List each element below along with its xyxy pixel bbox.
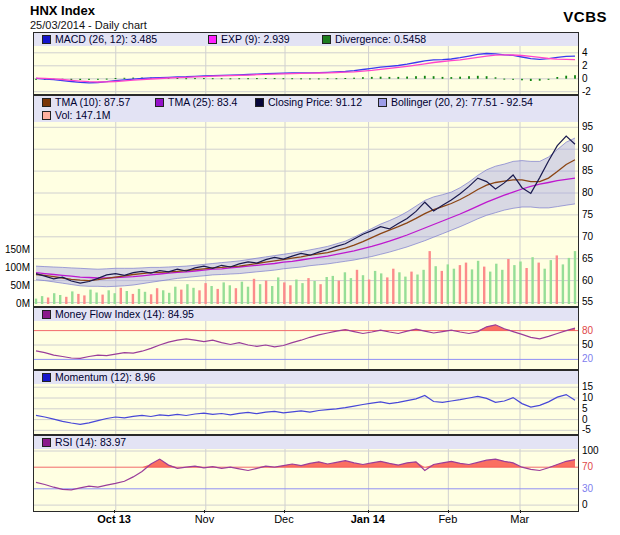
mfi-legend-item: Money Flow Index (14): 84.95: [42, 308, 194, 321]
exp-legend-item: EXP (9): 2.939: [208, 33, 290, 46]
momentum-swatch-icon: [42, 373, 51, 382]
volume-axis-label: 100M: [0, 263, 30, 273]
tma25-legend-item: TMA (25): 83.4: [155, 96, 237, 109]
y-axis-label: 5: [582, 404, 588, 414]
divergence-legend-label: Divergence: 0.5458: [335, 33, 426, 45]
brand-logo: VCBS: [563, 8, 607, 25]
tma10-legend-item: TMA (10): 87.57: [42, 96, 130, 109]
price-plot-svg: [34, 122, 578, 306]
x-axis-tick: [520, 510, 521, 513]
x-axis-tick: [204, 510, 205, 513]
macd-legend: MACD (26, 12): 3.485 EXP (9): 2.939 Dive…: [34, 33, 578, 46]
y-axis-label: 0: [582, 74, 588, 84]
y-axis-label: 2: [582, 61, 588, 71]
tma25-legend-label: TMA (25): 83.4: [168, 96, 237, 108]
macd-legend-item: MACD (26, 12): 3.485: [42, 33, 157, 46]
x-axis-label: Nov: [195, 513, 215, 525]
price-legend: TMA (10): 87.57 TMA (25): 83.4 Closing P…: [34, 96, 578, 122]
macd-plot-svg: [34, 46, 578, 94]
y-axis-label: 70: [582, 232, 593, 242]
y-axis-label: -2: [582, 87, 591, 97]
bollinger-legend-item: Bollinger (20, 2): 77.51 - 92.54: [378, 96, 533, 109]
macd-legend-label: MACD (26, 12): 3.485: [55, 33, 157, 45]
mom-plot-svg: [34, 384, 578, 434]
momentum-legend-item: Momentum (12): 8.96: [42, 371, 155, 384]
bollinger-legend-label: Bollinger (20, 2): 77.51 - 92.54: [391, 96, 533, 108]
momentum-plot: [34, 384, 578, 434]
y-axis-label: 20: [582, 354, 593, 364]
page-title: HNX Index: [30, 3, 95, 18]
x-axis-label: Dec: [274, 513, 294, 525]
volume-legend-item: Vol: 147.1M: [42, 109, 110, 122]
y-axis-label: 0: [582, 415, 588, 425]
volume-axis-label: 150M: [0, 245, 30, 255]
x-axis-label: Oct 13: [97, 513, 131, 525]
volume-axis-label: 50M: [0, 281, 30, 291]
page-subtitle: 25/03/2014 - Daily chart: [30, 19, 147, 31]
rsi-swatch-icon: [42, 438, 51, 447]
y-axis-label: 60: [582, 276, 593, 286]
mfi-legend-label: Money Flow Index (14): 84.95: [55, 308, 194, 320]
volume-legend-label: Vol: 147.1M: [55, 109, 110, 121]
volume-axis-label: 0M: [0, 299, 30, 309]
y-axis-label: 90: [582, 144, 593, 154]
closing-price-swatch-icon: [255, 98, 264, 107]
exp-swatch-icon: [208, 35, 217, 44]
exp-legend-label: EXP (9): 2.939: [221, 33, 290, 45]
divergence-legend-item: Divergence: 0.5458: [322, 33, 426, 46]
y-axis-label: 65: [582, 254, 593, 264]
x-axis-label: Mar: [510, 513, 529, 525]
y-axis-label: 50: [582, 340, 593, 350]
rsi-plot: [34, 449, 578, 511]
tma25-swatch-icon: [155, 98, 164, 107]
rsi-panel: RSI (14): 83.97: [33, 435, 579, 512]
x-axis-label: Feb: [438, 513, 457, 525]
x-axis-tick: [448, 510, 449, 513]
momentum-legend-label: Momentum (12): 8.96: [55, 371, 155, 383]
x-axis-tick: [114, 510, 115, 513]
y-axis-label: 4: [582, 48, 588, 58]
x-axis-tick: [284, 510, 285, 513]
macd-swatch-icon: [42, 35, 51, 44]
closing-price-legend-item: Closing Price: 91.12: [255, 96, 362, 109]
y-axis-label: 80: [582, 188, 593, 198]
rsi-legend-label: RSI (14): 83.97: [55, 436, 126, 448]
tma10-swatch-icon: [42, 98, 51, 107]
y-axis-label: 55: [582, 297, 593, 307]
y-axis-label: 100: [582, 446, 599, 456]
mfi-plot: [34, 321, 578, 369]
tma10-legend-label: TMA (10): 87.57: [55, 96, 130, 108]
y-axis-label: 95: [582, 122, 593, 132]
y-axis-label: 30: [582, 484, 593, 494]
price-panel: TMA (10): 87.57 TMA (25): 83.4 Closing P…: [33, 95, 579, 307]
mfi-swatch-icon: [42, 310, 51, 319]
y-axis-label: 75: [582, 210, 593, 220]
macd-panel: MACD (26, 12): 3.485 EXP (9): 2.939 Dive…: [33, 32, 579, 95]
price-plot: [34, 122, 578, 306]
mfi-plot-svg: [34, 321, 578, 369]
y-axis-label: 0: [582, 500, 588, 510]
rsi-legend: RSI (14): 83.97: [34, 436, 578, 449]
y-axis-label: 85: [582, 166, 593, 176]
y-axis-label: 15: [582, 382, 593, 392]
y-axis-label: -5: [582, 425, 591, 435]
bollinger-swatch-icon: [378, 98, 387, 107]
mfi-legend: Money Flow Index (14): 84.95: [34, 308, 578, 321]
y-axis-label: 80: [582, 326, 593, 336]
closing-price-legend-label: Closing Price: 91.12: [268, 96, 362, 108]
y-axis-label: 10: [582, 393, 593, 403]
chart-screenshot: HNX Index 25/03/2014 - Daily chart VCBS …: [0, 0, 620, 535]
momentum-legend: Momentum (12): 8.96: [34, 371, 578, 384]
y-axis-label: 70: [582, 462, 593, 472]
macd-plot: [34, 46, 578, 94]
momentum-panel: Momentum (12): 8.96: [33, 370, 579, 435]
mfi-panel: Money Flow Index (14): 84.95: [33, 307, 579, 370]
x-axis-tick: [368, 510, 369, 513]
divergence-swatch-icon: [322, 35, 331, 44]
rsi-legend-item: RSI (14): 83.97: [42, 436, 126, 449]
x-axis-label: Jan 14: [351, 513, 385, 525]
rsi-plot-svg: [34, 449, 578, 511]
volume-swatch-icon: [42, 111, 51, 120]
